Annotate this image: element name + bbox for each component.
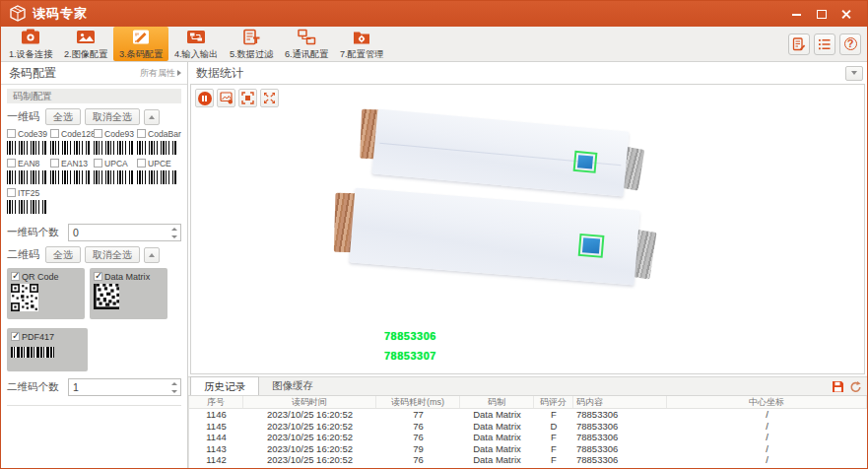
column-header[interactable]: 序号 xyxy=(189,396,243,408)
barcode-type-checkbox[interactable] xyxy=(7,129,16,138)
tab-input-output[interactable]: 4.输入输出 xyxy=(168,27,224,61)
spin-up-button[interactable] xyxy=(167,379,180,387)
table-row[interactable]: 1141 2023/10/25 16:20:52 76 Data Matrix … xyxy=(189,466,867,469)
history-table-header: 序号 读码时间 读码耗时(ms) 码制 码评分 码内容 中心坐标 xyxy=(189,396,867,409)
column-header[interactable]: 读码耗时(ms) xyxy=(376,396,460,408)
qr-code-label: QR Code xyxy=(22,271,59,281)
cell-code-content: 78853306 xyxy=(573,432,667,443)
tab-image-config[interactable]: 2.图像配置 xyxy=(58,27,113,61)
fullscreen-button[interactable] xyxy=(260,89,279,107)
barcode-type-checkbox[interactable] xyxy=(7,159,16,168)
help-button[interactable]: ? xyxy=(839,34,861,55)
barcode-preview-image xyxy=(50,141,90,155)
table-row[interactable]: 1143 2023/10/25 16:20:52 79 Data Matrix … xyxy=(189,443,867,455)
barcode-config-panel: 条码配置 所有属性 码制配置 一维码 全选 取消全选 C xyxy=(1,62,188,468)
pdf417-checkbox[interactable] xyxy=(11,332,20,341)
barcode-type-checkbox[interactable] xyxy=(94,159,102,168)
data-matrix-checkbox[interactable] xyxy=(94,272,102,281)
code-system-group-title: 码制配置 xyxy=(7,89,181,103)
tab-barcode-config[interactable]: 3.条码配置 xyxy=(113,27,168,61)
barcode-type-checkbox[interactable] xyxy=(137,129,146,138)
refresh-icon xyxy=(849,380,862,393)
spin-down-icon xyxy=(171,235,177,238)
column-header[interactable]: 码制 xyxy=(460,396,534,408)
pdf417-tile[interactable]: PDF417 xyxy=(7,328,88,371)
qr-check-row: QR Code xyxy=(11,271,81,282)
report-icon xyxy=(792,37,806,51)
column-header[interactable]: 码内容 xyxy=(573,396,667,408)
barcode-type-checkbox[interactable] xyxy=(7,188,16,197)
tab-history[interactable]: 历史记录 xyxy=(190,376,259,395)
table-row[interactable]: 1146 2023/10/25 16:20:52 77 Data Matrix … xyxy=(189,409,867,421)
barcode-type-label: UPCE xyxy=(148,159,171,168)
barcode-type-item: UPCA xyxy=(94,158,134,184)
tab-config-manage[interactable]: 7.配置管理 xyxy=(334,27,389,61)
two-d-collapse-button[interactable] xyxy=(144,247,160,263)
tab-data-filter[interactable]: 5.数据过滤 xyxy=(224,27,279,61)
cell-duration-ms: 76 xyxy=(376,466,460,469)
report-button[interactable] xyxy=(788,34,810,55)
save-history-button[interactable] xyxy=(831,379,845,394)
column-header[interactable]: 中心坐标 xyxy=(667,396,867,408)
data-matrix-label: Data Matrix xyxy=(104,271,150,281)
chevron-down-icon xyxy=(851,71,857,75)
barcode-type-checkbox[interactable] xyxy=(50,159,59,168)
qr-code-checkbox[interactable] xyxy=(11,272,20,281)
barcode-preview-image xyxy=(137,141,176,155)
refresh-button[interactable] xyxy=(848,379,863,394)
one-d-count-input[interactable]: 0 xyxy=(68,224,181,241)
data-matrix-tile[interactable]: Data Matrix xyxy=(90,268,167,319)
two-d-deselect-all-button[interactable]: 取消全选 xyxy=(85,246,140,263)
tab-image-cache[interactable]: 图像缓存 xyxy=(259,376,326,395)
tab-comm-config[interactable]: 6.通讯配置 xyxy=(279,27,334,61)
barcode-edit-icon xyxy=(131,29,151,45)
table-row[interactable]: 1145 2023/10/25 16:20:52 76 Data Matrix … xyxy=(189,421,867,433)
cell-read-time: 2023/10/25 16:20:52 xyxy=(243,466,376,469)
cell-duration-ms: 76 xyxy=(376,454,460,466)
barcode-type-checkbox[interactable] xyxy=(50,129,59,138)
app-title: 读码专家 xyxy=(33,5,88,23)
cell-code-type: Data Matrix xyxy=(460,409,534,421)
fit-view-button[interactable] xyxy=(238,89,257,107)
two-d-count-input[interactable]: 1 xyxy=(68,378,181,396)
spin-down-button[interactable] xyxy=(167,387,180,395)
cell-code-content: 78853306 xyxy=(573,421,667,433)
detection-box xyxy=(578,234,605,258)
one-d-collapse-button[interactable] xyxy=(144,109,160,125)
cell-seq: 1143 xyxy=(189,443,243,455)
maximize-button[interactable] xyxy=(816,9,827,20)
tab-device-connect[interactable]: 1.设备连接 xyxy=(3,27,58,61)
minimize-button[interactable] xyxy=(791,9,802,20)
close-button[interactable] xyxy=(840,9,851,20)
barcode-type-checkbox[interactable] xyxy=(137,159,146,168)
qr-code-tile[interactable]: QR Code xyxy=(7,268,85,319)
all-properties-link[interactable]: 所有属性 xyxy=(140,67,181,80)
table-row[interactable]: 1144 2023/10/25 16:20:52 76 Data Matrix … xyxy=(189,432,867,443)
one-d-deselect-all-button[interactable]: 取消全选 xyxy=(85,108,140,125)
column-header[interactable]: 码评分 xyxy=(534,396,573,408)
barcode-type-label: EAN13 xyxy=(61,159,88,168)
column-header[interactable]: 读码时间 xyxy=(243,396,376,408)
two-d-select-all-button[interactable]: 全选 xyxy=(45,246,81,263)
table-row[interactable]: 1142 2023/10/25 16:20:52 76 Data Matrix … xyxy=(189,454,867,466)
left-panel-content: 码制配置 一维码 全选 取消全选 Code39 xyxy=(1,84,187,468)
list-button[interactable] xyxy=(814,34,835,55)
barcode-type-item: EAN8 xyxy=(7,158,47,184)
cell-code-grade: F xyxy=(534,466,573,469)
spin-up-button[interactable] xyxy=(167,225,180,233)
two-d-count-row: 二维码个数 1 xyxy=(7,378,181,396)
image-viewer: 78853306 78853307 xyxy=(190,84,865,374)
tab-label: 4.输入输出 xyxy=(174,48,218,61)
barcode-type-checkbox[interactable] xyxy=(94,129,102,138)
pause-button[interactable] xyxy=(195,89,214,107)
spin-down-button[interactable] xyxy=(167,233,180,240)
barcode-preview-image xyxy=(94,141,133,155)
statistics-dropdown-button[interactable] xyxy=(845,66,863,81)
pdf-check-row: PDF417 xyxy=(11,331,84,342)
two-d-code-tiles: QR Code xyxy=(7,268,181,371)
blue-code-label xyxy=(577,155,593,168)
one-d-select-all-button[interactable]: 全选 xyxy=(45,108,81,125)
history-section: 历史记录 图像缓存 序号 读码时间 读码耗时(ms) 码制 码 xyxy=(188,376,867,468)
image-save-button[interactable] xyxy=(217,89,235,107)
barcode-check-row: ITF25 xyxy=(7,187,47,198)
